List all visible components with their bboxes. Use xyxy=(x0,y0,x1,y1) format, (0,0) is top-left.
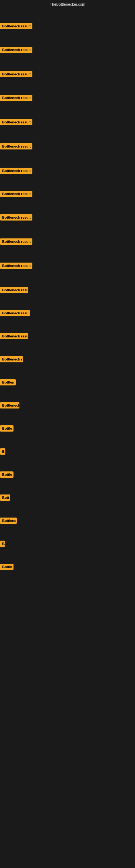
bottleneck-badge-24[interactable]: Bottle xyxy=(0,564,13,571)
bottleneck-badge-17[interactable]: Bottleneck xyxy=(0,402,19,410)
bottleneck-label-21: Bott xyxy=(0,495,10,501)
bottleneck-badge-7[interactable]: Bottleneck result xyxy=(0,167,32,175)
bottleneck-label-17: Bottleneck xyxy=(0,402,19,408)
bottleneck-label-4: Bottleneck result xyxy=(0,95,32,101)
bottleneck-label-7: Bottleneck result xyxy=(0,167,32,174)
bottleneck-badge-1[interactable]: Bottleneck result xyxy=(0,23,32,30)
bottleneck-label-12: Bottleneck resu xyxy=(0,287,28,293)
bottleneck-badge-18[interactable]: Bottle xyxy=(0,425,13,433)
bottleneck-label-3: Bottleneck result xyxy=(0,71,32,77)
bottleneck-badge-6[interactable]: Bottleneck result xyxy=(0,143,32,151)
bottleneck-label-22: Bottlens xyxy=(0,518,17,524)
bottleneck-label-14: Bottleneck resu xyxy=(0,333,28,339)
bottleneck-label-23: B xyxy=(0,540,5,547)
bottleneck-badge-11[interactable]: Bottleneck result xyxy=(0,262,32,270)
bottleneck-label-18: Bottle xyxy=(0,425,13,432)
bottleneck-label-10: Bottleneck result xyxy=(0,239,32,245)
bottleneck-badge-2[interactable]: Bottleneck result xyxy=(0,46,32,54)
bottleneck-badge-9[interactable]: Bottleneck result xyxy=(0,214,32,222)
bottleneck-label-6: Bottleneck result xyxy=(0,143,32,150)
bottleneck-badge-15[interactable]: Bottleneck r xyxy=(0,356,23,364)
site-title: TheBottlenecker.com xyxy=(0,0,135,8)
bottleneck-label-11: Bottleneck result xyxy=(0,262,32,269)
bottleneck-label-16: Bottlen xyxy=(0,379,16,385)
bottleneck-label-5: Bottleneck result xyxy=(0,119,32,125)
bottleneck-label-2: Bottleneck result xyxy=(0,46,32,53)
bottleneck-label-9: Bottleneck result xyxy=(0,214,32,220)
bottleneck-badge-12[interactable]: Bottleneck resu xyxy=(0,287,28,294)
bottleneck-label-13: Bottleneck resul xyxy=(0,310,30,316)
bottleneck-label-1: Bottleneck result xyxy=(0,23,32,29)
bottleneck-badge-8[interactable]: Bottleneck result xyxy=(0,191,32,198)
bottleneck-badge-5[interactable]: Bottleneck result xyxy=(0,119,32,126)
bottleneck-badge-21[interactable]: Bott xyxy=(0,495,10,502)
bottleneck-badge-4[interactable]: Bottleneck result xyxy=(0,95,32,102)
bottleneck-badge-10[interactable]: Bottleneck result xyxy=(0,239,32,246)
bottleneck-badge-20[interactable]: Bottle xyxy=(0,471,13,479)
bottleneck-badge-14[interactable]: Bottleneck resu xyxy=(0,333,28,340)
bottleneck-badge-3[interactable]: Bottleneck result xyxy=(0,71,32,79)
bottleneck-label-24: Bottle xyxy=(0,564,13,570)
bottleneck-badge-13[interactable]: Bottleneck resul xyxy=(0,310,30,317)
bottleneck-badge-22[interactable]: Bottlens xyxy=(0,518,17,525)
bottleneck-badge-19[interactable]: B xyxy=(0,448,5,456)
bottleneck-badge-16[interactable]: Bottlen xyxy=(0,379,16,386)
bottleneck-label-8: Bottleneck result xyxy=(0,191,32,197)
bottleneck-label-19: B xyxy=(0,448,5,455)
bottleneck-label-15: Bottleneck r xyxy=(0,356,23,362)
bottleneck-badge-23[interactable]: B xyxy=(0,540,5,548)
bottleneck-label-20: Bottle xyxy=(0,471,13,478)
